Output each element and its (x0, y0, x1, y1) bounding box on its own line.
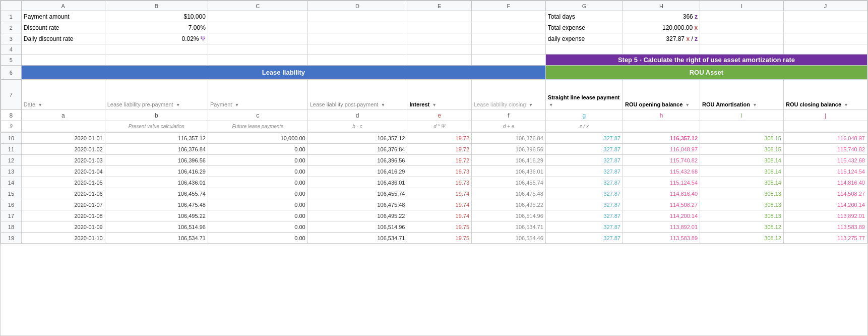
row-number: 14 (1, 177, 22, 188)
cell-8g: g (545, 110, 623, 121)
table-cell: 106,495.22 (105, 210, 208, 221)
row-num-2: 2 (1, 22, 22, 33)
filter-straight-icon[interactable]: ▼ (549, 102, 553, 107)
table-cell: 114,508.27 (783, 188, 867, 199)
cell-8j: j (783, 110, 867, 121)
cell-2h: 120,000.00 x (623, 22, 700, 33)
col-header-a[interactable]: A (21, 1, 105, 11)
cell-1h: 366 z (623, 11, 700, 22)
table-cell: 19.72 (407, 155, 472, 166)
cell-8d: d (307, 110, 407, 121)
table-cell: 308.14 (700, 177, 784, 188)
cell-3e (407, 33, 472, 44)
table-cell: 106,396.56 (307, 155, 407, 166)
col-header-c[interactable]: C (208, 1, 307, 11)
table-cell: 327.87 (545, 177, 623, 188)
table-cell: 327.87 (545, 199, 623, 210)
col-header-i[interactable]: I (700, 1, 784, 11)
table-cell: 19.74 (407, 210, 472, 221)
cell-1i (700, 11, 784, 22)
col-header-h[interactable]: H (623, 1, 700, 11)
filter-llclosing-icon[interactable]: ▼ (529, 102, 533, 107)
row-6: 6 Lease liability ROU Asset (1, 66, 867, 80)
filter-rou-opening-icon[interactable]: ▼ (685, 102, 690, 107)
row-4: 4 (1, 44, 867, 54)
cell-1g: Total days (545, 11, 623, 22)
cell-9g: z / x (545, 121, 623, 132)
filter-interest-icon[interactable]: ▼ (432, 102, 437, 107)
table-cell: 114,200.14 (783, 199, 867, 210)
table-cell: 327.87 (545, 233, 623, 244)
cell-2h-x: x (694, 24, 698, 31)
col-header-payment: Payment ▼ (208, 80, 307, 110)
cell-9e: d * Ψ (407, 121, 472, 132)
table-cell: 115,432.68 (783, 155, 867, 166)
col-header-d[interactable]: D (307, 1, 407, 11)
table-cell: 308.12 (700, 221, 784, 233)
table-cell: 113,583.89 (623, 233, 700, 244)
row-number: 10 (1, 133, 22, 144)
table-cell: 2020-01-03 (21, 155, 105, 166)
col-header-j[interactable]: J (783, 1, 867, 11)
table-cell: 19.74 (407, 199, 472, 210)
table-cell: 2020-01-07 (21, 199, 105, 210)
row-number: 11 (1, 144, 22, 155)
cell-1f (472, 11, 546, 22)
cell-2e (407, 22, 472, 33)
table-cell: 2020-01-01 (21, 133, 105, 144)
table-cell: 0.00 (208, 155, 307, 166)
col-header-g[interactable]: G (545, 1, 623, 11)
filter-rou-amort-icon[interactable]: ▼ (753, 102, 757, 107)
cell-5c (208, 54, 307, 66)
table-cell: 106,455.74 (472, 177, 546, 188)
table-cell: 327.87 (545, 221, 623, 233)
table-cell: 308.14 (700, 155, 784, 166)
cell-2i (700, 22, 784, 33)
cell-9i (700, 121, 784, 132)
filter-payment-icon[interactable]: ▼ (234, 102, 239, 107)
filter-date-icon[interactable]: ▼ (38, 102, 42, 107)
cell-9j (783, 121, 867, 132)
data-row: 182020-01-09106,514.960.00106,514.9619.7… (1, 221, 867, 233)
col-header-f[interactable]: F (472, 1, 546, 11)
table-cell: 2020-01-10 (21, 233, 105, 244)
cell-8a: a (21, 110, 105, 121)
table-cell: 106,376.84 (105, 144, 208, 155)
table-cell: 106,475.48 (307, 199, 407, 210)
table-cell: 115,740.82 (623, 155, 700, 166)
cell-2a: Discount rate (21, 22, 105, 33)
row-num-9: 9 (1, 121, 22, 132)
table-cell: 2020-01-09 (21, 221, 105, 233)
row-9: 9 Present value calculation Future lease… (1, 121, 867, 132)
table-cell: 19.73 (407, 166, 472, 177)
spreadsheet: A B C D E F G H I J 1 Payment amount $10… (0, 0, 868, 336)
table-cell: 106,416.29 (307, 166, 407, 177)
filter-llpostpay-icon[interactable]: ▼ (381, 102, 386, 107)
table-cell: 106,475.48 (472, 188, 546, 199)
table-cell: 106,376.84 (472, 133, 546, 144)
col-header-date: Date ▼ (21, 80, 105, 110)
cell-5f (472, 54, 546, 66)
cell-2d (307, 22, 407, 33)
col-header-b[interactable]: B (105, 1, 208, 11)
cell-8c: c (208, 110, 307, 121)
table-cell: 19.75 (407, 221, 472, 233)
cell-9f: d + e (472, 121, 546, 132)
cell-1a: Payment amount (21, 11, 105, 22)
table-cell: 2020-01-05 (21, 177, 105, 188)
cell-8f: f (472, 110, 546, 121)
table-cell: 308.14 (700, 166, 784, 177)
filter-llprepay-icon[interactable]: ▼ (176, 102, 180, 107)
cell-2f (472, 22, 546, 33)
table-cell: 115,432.68 (623, 166, 700, 177)
filter-rou-closing-icon[interactable]: ▼ (844, 102, 848, 107)
cell-1j (783, 11, 867, 22)
cell-1c (208, 11, 307, 22)
cell-4h (623, 44, 700, 54)
table-cell: 114,200.14 (623, 210, 700, 221)
row-number: 12 (1, 155, 22, 166)
cell-2j (783, 22, 867, 33)
col-header-e[interactable]: E (407, 1, 472, 11)
table-cell: 106,376.84 (307, 144, 407, 155)
cell-8e: e (407, 110, 472, 121)
